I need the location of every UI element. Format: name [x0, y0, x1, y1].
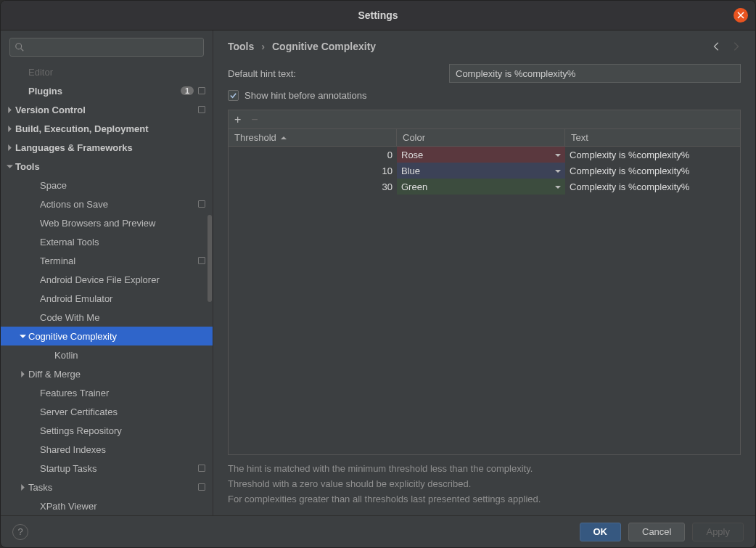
sidebar-item-tasks[interactable]: Tasks	[1, 478, 213, 496]
sidebar-item-terminal[interactable]: Terminal	[1, 251, 213, 270]
remove-button[interactable]: −	[251, 114, 258, 126]
footer: ? OK Cancel Apply	[1, 515, 755, 547]
threshold-cell[interactable]: 0	[229, 147, 397, 163]
sidebar-item-label: Plugins	[28, 86, 181, 97]
sidebar-item-label: External Tools	[40, 237, 205, 248]
sidebar-item-label: Tools	[15, 161, 205, 172]
svg-line-1	[21, 49, 24, 52]
cancel-button[interactable]: Cancel	[628, 523, 685, 541]
sidebar-item-label: Settings Repository	[40, 425, 205, 436]
table-row[interactable]: 30GreenComplexity is %complexity%	[229, 179, 740, 195]
sidebar-item-android-device-file-explorer[interactable]: Android Device File Explorer	[1, 270, 213, 289]
threshold-header[interactable]: Threshold	[229, 129, 397, 146]
sidebar-item-kotlin[interactable]: Kotlin	[1, 345, 213, 364]
thresholds-table: + − Threshold Color Text 0RoseComplexity…	[228, 110, 741, 455]
sidebar-item-label: Android Emulator	[40, 293, 205, 304]
nav-back-icon[interactable]	[712, 41, 722, 52]
sidebar-item-label: Server Certificates	[40, 406, 205, 417]
main-panel: Tools › Cognitive Complexity Default hin…	[213, 30, 755, 515]
svg-point-0	[16, 44, 22, 49]
threshold-cell[interactable]: 30	[229, 179, 397, 195]
text-cell[interactable]: Complexity is %complexity%	[565, 147, 740, 163]
sidebar-item-settings-repository[interactable]: Settings Repository	[1, 421, 213, 440]
expand-icon[interactable]	[4, 144, 15, 151]
color-cell[interactable]: Green	[397, 179, 565, 195]
help-text: The hint is matched with the minimum thr…	[228, 462, 741, 508]
chevron-right-icon: ›	[261, 41, 265, 52]
text-header[interactable]: Text	[565, 129, 740, 146]
sidebar-item-tools[interactable]: Tools	[1, 157, 213, 176]
expand-icon[interactable]	[4, 126, 15, 132]
text-cell[interactable]: Complexity is %complexity%	[565, 179, 740, 195]
nav-forward-icon	[731, 41, 741, 52]
color-header[interactable]: Color	[397, 129, 565, 146]
sidebar-item-label: Version Control	[15, 105, 198, 115]
titlebar: Settings	[1, 1, 755, 30]
sidebar-item-actions-on-save[interactable]: Actions on Save	[1, 195, 213, 213]
sidebar-item-android-emulator[interactable]: Android Emulator	[1, 289, 213, 308]
sidebar-item-web-browsers-and-preview[interactable]: Web Browsers and Preview	[1, 213, 213, 232]
sidebar-item-label: Features Trainer	[40, 388, 205, 398]
sidebar-item-label: Android Device File Explorer	[40, 274, 205, 285]
sidebar-item-build-execution-deployment[interactable]: Build, Execution, Deployment	[1, 119, 213, 138]
table-body: 0RoseComplexity is %complexity%10BlueCom…	[229, 147, 740, 454]
text-cell[interactable]: Complexity is %complexity%	[565, 163, 740, 179]
sidebar-item-label: Tasks	[28, 482, 198, 493]
sidebar-item-label: Actions on Save	[40, 199, 198, 210]
color-cell[interactable]: Blue	[397, 163, 565, 179]
sidebar-item-label: Editor	[28, 67, 205, 78]
table-row[interactable]: 10BlueComplexity is %complexity%	[229, 163, 740, 179]
sidebar-item-editor[interactable]: Editor	[1, 62, 213, 81]
sidebar-item-space[interactable]: Space	[1, 176, 213, 195]
sidebar-item-version-control[interactable]: Version Control	[1, 100, 213, 119]
close-button[interactable]	[734, 8, 748, 23]
sidebar-item-label: XPath Viewer	[40, 501, 205, 512]
chevron-down-icon	[555, 150, 561, 160]
default-hint-label: Default hint text:	[228, 68, 449, 79]
expand-icon[interactable]	[4, 107, 15, 113]
sidebar-item-label: Shared Indexes	[40, 444, 205, 455]
search-icon	[15, 42, 25, 52]
sidebar-item-cognitive-complexity[interactable]: Cognitive Complexity	[1, 327, 213, 345]
config-scope-icon	[198, 87, 205, 94]
sidebar-item-label: Startup Tasks	[40, 463, 198, 474]
config-scope-icon	[198, 465, 205, 472]
breadcrumb-parent[interactable]: Tools	[228, 41, 254, 52]
chevron-down-icon	[555, 165, 561, 176]
apply-button[interactable]: Apply	[692, 523, 744, 541]
threshold-cell[interactable]: 10	[229, 163, 397, 179]
chevron-down-icon	[555, 181, 561, 192]
table-row[interactable]: 0RoseComplexity is %complexity%	[229, 147, 740, 163]
sidebar-item-xpath-viewer[interactable]: XPath Viewer	[1, 496, 213, 515]
sidebar-item-plugins[interactable]: Plugins1	[1, 81, 213, 100]
sidebar-item-label: Cognitive Complexity	[28, 331, 205, 342]
show-hint-checkbox[interactable]	[228, 90, 239, 101]
color-cell[interactable]: Rose	[397, 147, 565, 163]
scrollbar[interactable]	[208, 215, 212, 302]
sidebar-item-features-trainer[interactable]: Features Trainer	[1, 383, 213, 402]
sort-asc-icon	[281, 135, 287, 141]
add-button[interactable]: +	[234, 114, 241, 126]
show-hint-label[interactable]: Show hint before annotations	[245, 90, 366, 101]
expand-icon[interactable]	[17, 484, 28, 491]
sidebar-item-startup-tasks[interactable]: Startup Tasks	[1, 459, 213, 478]
sidebar-item-server-certificates[interactable]: Server Certificates	[1, 402, 213, 421]
expand-icon[interactable]	[17, 371, 28, 377]
expand-icon[interactable]	[4, 163, 15, 170]
sidebar-item-external-tools[interactable]: External Tools	[1, 232, 213, 251]
sidebar-item-shared-indexes[interactable]: Shared Indexes	[1, 440, 213, 459]
settings-window: Settings EditorPlugins1Version ControlBu…	[0, 0, 756, 548]
default-hint-input[interactable]	[449, 64, 741, 83]
sidebar-item-code-with-me[interactable]: Code With Me	[1, 308, 213, 327]
expand-icon[interactable]	[17, 333, 28, 340]
check-icon	[229, 91, 237, 99]
help-button[interactable]: ?	[12, 524, 28, 540]
sidebar-item-label: Web Browsers and Preview	[40, 218, 205, 229]
search-input[interactable]	[9, 38, 204, 57]
sidebar-item-diff-merge[interactable]: Diff & Merge	[1, 364, 213, 383]
settings-tree[interactable]: EditorPlugins1Version ControlBuild, Exec…	[1, 62, 213, 515]
sidebar-item-label: Space	[40, 180, 205, 191]
sidebar-item-label: Kotlin	[54, 350, 205, 361]
ok-button[interactable]: OK	[580, 523, 622, 541]
sidebar-item-languages-frameworks[interactable]: Languages & Frameworks	[1, 138, 213, 157]
